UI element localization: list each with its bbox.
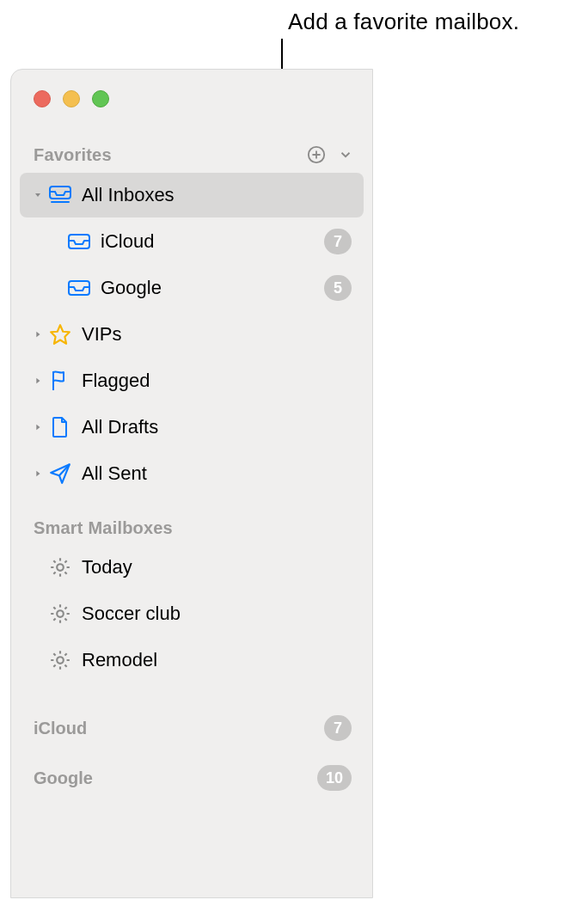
inbox-icon <box>64 279 94 297</box>
svg-marker-7 <box>36 332 40 338</box>
mail-sidebar-window: Favorites <box>10 69 373 898</box>
sidebar-item-icloud-inbox[interactable]: iCloud 7 <box>20 219 364 264</box>
favorites-title: Favorites <box>34 145 305 165</box>
account-section-icloud[interactable]: iCloud 7 <box>11 707 372 750</box>
sidebar-item-label: Remodel <box>78 649 352 671</box>
unread-badge: 5 <box>324 275 352 301</box>
sidebar-item-label: iCloud <box>97 230 324 253</box>
unread-badge: 10 <box>317 765 352 791</box>
gear-icon <box>46 603 75 625</box>
unread-badge: 7 <box>324 229 352 254</box>
callout-text: Add a favorite mailbox. <box>288 9 519 35</box>
gear-icon <box>46 649 75 671</box>
sidebar-item-all-drafts[interactable]: All Drafts <box>20 405 364 450</box>
account-label: iCloud <box>34 719 324 738</box>
chevron-right-icon[interactable] <box>30 422 46 432</box>
svg-marker-3 <box>35 193 40 197</box>
star-icon <box>46 323 75 346</box>
sidebar-item-label: All Sent <box>78 462 352 485</box>
flag-icon <box>46 370 75 392</box>
unread-badge: 7 <box>324 715 352 741</box>
sidebar-item-soccer-club[interactable]: Soccer club <box>20 591 364 636</box>
sidebar-item-google-inbox[interactable]: Google 5 <box>20 266 364 310</box>
sidebar-item-all-inboxes[interactable]: All Inboxes <box>20 173 364 217</box>
sidebar-item-label: Soccer club <box>78 603 352 625</box>
window-controls <box>11 70 372 107</box>
sidebar-item-label: All Drafts <box>78 416 352 438</box>
svg-point-14 <box>57 610 64 617</box>
sidebar-item-flagged[interactable]: Flagged <box>20 358 364 403</box>
chevron-down-icon[interactable] <box>30 190 46 200</box>
sidebar-item-label: Today <box>78 556 352 578</box>
sidebar-item-label: All Inboxes <box>78 184 352 206</box>
sidebar-item-label: VIPs <box>78 323 352 346</box>
sidebar-item-remodel[interactable]: Remodel <box>20 638 364 683</box>
account-section-google[interactable]: Google 10 <box>11 756 372 799</box>
sidebar: Favorites <box>11 107 372 799</box>
svg-marker-9 <box>36 378 40 384</box>
close-window-button[interactable] <box>34 90 51 107</box>
gear-icon <box>46 556 75 578</box>
add-favorite-button[interactable] <box>305 144 328 166</box>
sidebar-item-vips[interactable]: VIPs <box>20 312 364 357</box>
account-label: Google <box>34 768 317 788</box>
chevron-right-icon[interactable] <box>30 376 46 386</box>
sidebar-item-all-sent[interactable]: All Sent <box>20 451 364 496</box>
stacked-inbox-icon <box>46 185 75 205</box>
document-icon <box>46 416 75 438</box>
zoom-window-button[interactable] <box>92 90 109 107</box>
svg-marker-11 <box>36 471 40 477</box>
chevron-right-icon[interactable] <box>30 468 46 479</box>
svg-marker-8 <box>51 325 70 344</box>
favorites-chevron-icon[interactable] <box>334 144 357 166</box>
sidebar-item-today[interactable]: Today <box>20 545 364 590</box>
svg-marker-10 <box>36 425 40 431</box>
inbox-icon <box>64 232 94 251</box>
sidebar-item-label: Google <box>97 277 324 299</box>
smart-mailboxes-title: Smart Mailboxes <box>34 518 357 538</box>
smart-mailboxes-section-header[interactable]: Smart Mailboxes <box>11 513 372 543</box>
svg-point-15 <box>57 657 64 664</box>
sidebar-item-label: Flagged <box>78 370 352 392</box>
svg-point-13 <box>57 564 64 571</box>
chevron-right-icon[interactable] <box>30 329 46 340</box>
minimize-window-button[interactable] <box>63 90 80 107</box>
favorites-section-header: Favorites <box>11 138 372 171</box>
paperplane-icon <box>46 462 75 485</box>
